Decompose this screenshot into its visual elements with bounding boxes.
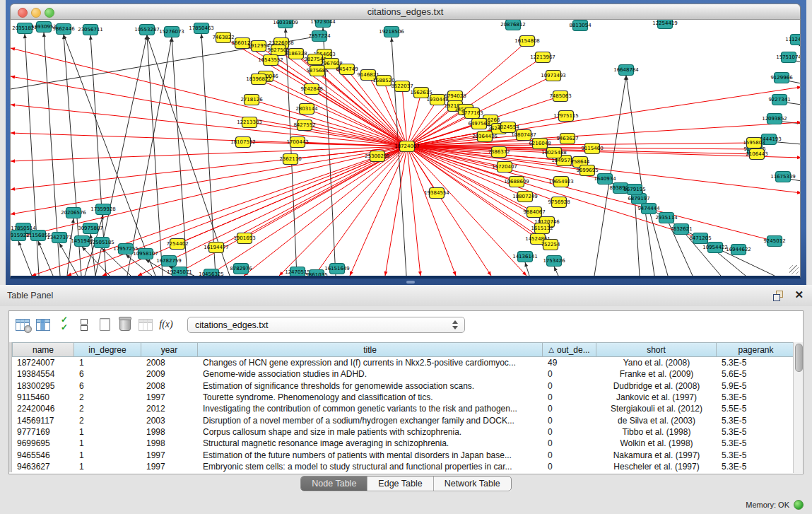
table-row[interactable]: 946554611997Estimation of the future num… bbox=[12, 449, 803, 460]
table-cell[interactable]: 5.3E-5 bbox=[717, 449, 796, 460]
column-header-name[interactable]: name bbox=[12, 342, 74, 357]
table-cell[interactable]: 1997 bbox=[141, 461, 198, 472]
table-row[interactable]: 977716911998Corpus callosum shape and si… bbox=[12, 426, 803, 438]
table-cell[interactable]: Estimation of significance thresholds fo… bbox=[198, 380, 543, 392]
black-edge[interactable] bbox=[626, 76, 654, 276]
red-edge[interactable] bbox=[32, 146, 407, 276]
table-cell[interactable]: 5.3E-5 bbox=[717, 392, 796, 403]
column-header-year[interactable]: year bbox=[141, 342, 198, 357]
table-row[interactable]: 1872400712008Changes of HCN gene express… bbox=[12, 357, 803, 368]
red-edge[interactable] bbox=[402, 86, 407, 146]
red-edge[interactable] bbox=[279, 146, 407, 276]
close-window-button[interactable] bbox=[18, 8, 28, 18]
table-cell[interactable]: Tibbo et al. (1998) bbox=[596, 426, 717, 438]
column-header-short[interactable]: short bbox=[596, 342, 717, 357]
table-cell[interactable]: 14569117 bbox=[12, 414, 74, 426]
zoom-window-button[interactable] bbox=[45, 8, 54, 18]
column-header-title[interactable]: title bbox=[198, 342, 543, 357]
show-column-button[interactable] bbox=[34, 315, 52, 334]
table-cell[interactable]: Tourette syndrome. Phenomenology and cla… bbox=[198, 392, 543, 403]
minimize-window-button[interactable] bbox=[31, 8, 41, 18]
table-cell[interactable]: 1 bbox=[74, 357, 141, 368]
table-cell[interactable]: 9699695 bbox=[12, 438, 74, 449]
table-row[interactable]: 969969511998Structural magnetic resonanc… bbox=[12, 438, 803, 449]
red-edge[interactable] bbox=[407, 146, 775, 241]
black-edge[interactable] bbox=[59, 243, 78, 276]
table-cell[interactable]: 2 bbox=[74, 392, 141, 403]
table-row[interactable]: 1938455462009Genome-wide association stu… bbox=[12, 368, 803, 380]
table-row[interactable]: 1830029562008Estimation of significance … bbox=[12, 380, 803, 392]
table-scrollbar[interactable] bbox=[793, 342, 803, 473]
table-scrollbar-thumb[interactable] bbox=[795, 344, 803, 372]
row-height-button[interactable] bbox=[75, 315, 93, 334]
table-cell[interactable]: 9463627 bbox=[12, 461, 74, 472]
table-cell[interactable]: 1 bbox=[74, 449, 141, 460]
black-edge[interactable] bbox=[38, 241, 53, 276]
red-edge[interactable] bbox=[350, 146, 407, 276]
table-cell[interactable]: 5.3E-5 bbox=[717, 414, 796, 426]
table-cell[interactable]: Changes of HCN gene expression and I(f) … bbox=[198, 357, 543, 368]
citation-graph[interactable]: 2035182416930953986244623056711105532871… bbox=[11, 20, 801, 276]
table-cell[interactable]: Dudbridge et al. (2008) bbox=[596, 380, 717, 392]
close-panel-icon[interactable]: ✕ bbox=[794, 288, 804, 301]
table-cell[interactable]: 2 bbox=[74, 414, 141, 426]
table-cell[interactable]: 9115460 bbox=[12, 392, 74, 403]
table-cell[interactable]: 1998 bbox=[141, 426, 198, 438]
network-canvas[interactable]: 2035182416930953986244623056711105532871… bbox=[10, 20, 801, 279]
table-cell[interactable]: 2009 bbox=[141, 368, 198, 380]
create-column-button[interactable] bbox=[95, 315, 114, 334]
table-cell[interactable]: Nakamura et al. (1997) bbox=[596, 449, 717, 460]
memory-status-dot[interactable] bbox=[794, 500, 804, 510]
table-cell[interactable]: 2003 bbox=[141, 414, 198, 426]
red-edge[interactable] bbox=[385, 146, 407, 276]
column-header-outde[interactable]: △out_de... bbox=[543, 342, 596, 357]
table-selector-dropdown[interactable]: citations_edges.txt bbox=[187, 317, 465, 333]
red-edge[interactable] bbox=[407, 146, 801, 193]
table-row[interactable]: 2242004622012Investigating the contribut… bbox=[12, 403, 803, 414]
black-edge[interactable] bbox=[18, 241, 32, 276]
table-cell[interactable]: 5.3E-5 bbox=[717, 357, 796, 368]
table-cell[interactable]: Stergiakouli et al. (2012) bbox=[596, 403, 717, 414]
table-cell[interactable]: 1997 bbox=[141, 392, 198, 403]
red-edge[interactable] bbox=[138, 146, 407, 276]
table-row[interactable]: 946362711997Embryonic stem cells: a mode… bbox=[12, 461, 803, 472]
table-cell[interactable]: 0 bbox=[543, 438, 596, 449]
table-mode-button[interactable] bbox=[13, 315, 32, 334]
table-cell[interactable]: Estimation of the future numbers of pati… bbox=[198, 449, 543, 460]
table-cell[interactable]: 6 bbox=[74, 368, 141, 380]
table-cell[interactable]: 5.3E-5 bbox=[717, 438, 796, 449]
red-edge[interactable] bbox=[11, 146, 407, 189]
red-edge[interactable] bbox=[407, 146, 456, 276]
table-cell[interactable]: Jankovic et al. (1997) bbox=[596, 392, 717, 403]
table-cell[interactable]: 1 bbox=[74, 461, 141, 472]
table-cell[interactable]: 0 bbox=[543, 426, 596, 438]
red-edge[interactable] bbox=[271, 60, 407, 146]
table-row[interactable]: 1456911722003Disruption of a novel membe… bbox=[12, 414, 803, 426]
tab-edge-table[interactable]: Edge Table bbox=[367, 477, 433, 491]
table-cell[interactable]: 9777169 bbox=[12, 426, 74, 438]
delete-column-button[interactable] bbox=[116, 315, 134, 334]
window-titlebar[interactable]: citations_edges.txt bbox=[10, 4, 801, 20]
table-cell[interactable]: Investigating the contribution of common… bbox=[198, 403, 543, 414]
table-cell[interactable]: 5.6E-5 bbox=[717, 368, 796, 380]
split-divider-handle[interactable] bbox=[406, 281, 415, 284]
table-cell[interactable]: 6 bbox=[74, 380, 141, 392]
float-panel-icon[interactable] bbox=[773, 291, 784, 301]
table-cell[interactable]: Disruption of a novel member of a sodium… bbox=[198, 414, 543, 426]
table-cell[interactable]: 18724007 bbox=[12, 357, 74, 368]
red-edge[interactable] bbox=[259, 79, 407, 146]
table-cell[interactable]: 0 bbox=[543, 461, 596, 472]
table-cell[interactable]: 0 bbox=[543, 392, 596, 403]
table-cell[interactable]: 5.5E-5 bbox=[717, 403, 796, 414]
table-cell[interactable]: Wolkin et al. (1998) bbox=[596, 438, 717, 449]
tab-network-table[interactable]: Network Table bbox=[433, 477, 511, 491]
red-edge[interactable] bbox=[407, 146, 491, 276]
column-header-pagerank[interactable]: pagerank bbox=[717, 342, 796, 357]
table-cell[interactable]: 0 bbox=[543, 380, 596, 392]
table-cell[interactable]: 2 bbox=[74, 403, 141, 414]
red-edge[interactable] bbox=[173, 146, 407, 276]
red-edge[interactable] bbox=[407, 146, 420, 276]
table-cell[interactable]: 22420046 bbox=[12, 403, 74, 414]
red-edge[interactable] bbox=[208, 146, 407, 276]
table-cell[interactable]: 5.3E-5 bbox=[717, 426, 796, 438]
